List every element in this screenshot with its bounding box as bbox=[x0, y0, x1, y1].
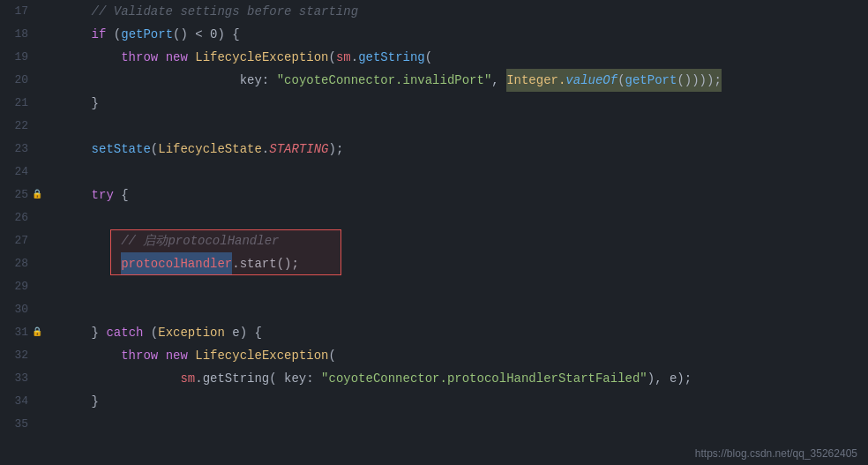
code-token: // 启动protocolHandler bbox=[121, 229, 279, 252]
code-token: LifecycleException bbox=[195, 344, 328, 367]
code-token: valueOf bbox=[565, 69, 617, 92]
code-token: } bbox=[62, 321, 106, 344]
code-line bbox=[62, 206, 868, 229]
code-token bbox=[62, 229, 121, 252]
line-number: 32 bbox=[4, 344, 28, 367]
code-token: , bbox=[491, 69, 506, 92]
gutter-row: 20 bbox=[4, 69, 46, 92]
gutter-row: 25🔒 bbox=[4, 184, 46, 206]
code-line: if (getPort() < 0) { bbox=[62, 23, 868, 46]
code-token: try bbox=[92, 184, 114, 206]
code-token bbox=[188, 344, 195, 367]
code-token: () < 0) { bbox=[173, 23, 240, 46]
code-token: "coyoteConnector.invalidPort" bbox=[277, 69, 492, 92]
code-token bbox=[62, 367, 180, 390]
code-token: "coyoteConnector.protocolHandlerStartFai… bbox=[321, 367, 647, 390]
code-token: if bbox=[92, 23, 107, 46]
code-line: key: "coyoteConnector.invalidPort", Inte… bbox=[62, 69, 868, 92]
code-token: } bbox=[62, 390, 99, 413]
code-token: // Validate settings before starting bbox=[62, 0, 358, 23]
gutter-row: 34 bbox=[4, 390, 46, 413]
code-line bbox=[62, 115, 868, 138]
code-token: ); bbox=[328, 138, 343, 161]
code-line: // Validate settings before starting bbox=[62, 0, 868, 23]
gutter-row: 27 bbox=[4, 229, 46, 252]
code-token: protocolHandler bbox=[121, 252, 232, 275]
line-gutter: 171819202122232425🔒262728293031🔒32333435 bbox=[0, 0, 53, 465]
gutter-row: 22 bbox=[4, 115, 46, 138]
code-token: ( bbox=[617, 69, 625, 92]
line-number: 23 bbox=[4, 138, 28, 161]
code-line: } catch (Exception e) { bbox=[62, 321, 868, 344]
code-token: ( bbox=[151, 138, 158, 161]
line-number: 22 bbox=[4, 115, 28, 138]
code-token: key bbox=[284, 367, 306, 390]
code-token: throw bbox=[121, 46, 158, 69]
code-token: setState bbox=[92, 138, 151, 161]
code-token: . bbox=[351, 46, 358, 69]
code-line: sm.getString( key: "coyoteConnector.prot… bbox=[62, 367, 868, 390]
code-editor: 171819202122232425🔒262728293031🔒32333435… bbox=[0, 0, 868, 465]
code-token: } bbox=[62, 92, 99, 115]
code-token: getPort bbox=[121, 23, 173, 46]
line-number: 18 bbox=[4, 23, 28, 46]
code-line: // 启动protocolHandler bbox=[62, 229, 868, 252]
code-token: ( bbox=[425, 46, 432, 69]
code-line: try { bbox=[62, 184, 868, 206]
code-token: Integer. bbox=[506, 69, 565, 92]
gutter-row: 35 bbox=[4, 413, 46, 436]
code-token bbox=[62, 46, 121, 69]
code-token: ( bbox=[106, 23, 121, 46]
code-token bbox=[62, 69, 240, 92]
code-token: ()))); bbox=[677, 69, 721, 92]
code-token: { bbox=[114, 184, 129, 206]
code-token: catch bbox=[106, 321, 143, 344]
gutter-row: 31🔒 bbox=[4, 321, 46, 344]
breakpoint-icon: 🔒 bbox=[28, 184, 46, 206]
code-token: . bbox=[262, 138, 269, 161]
code-token: sm bbox=[336, 46, 351, 69]
line-number: 17 bbox=[4, 0, 28, 23]
gutter-row: 28 bbox=[4, 252, 46, 275]
gutter-row: 32 bbox=[4, 344, 46, 367]
line-number: 35 bbox=[4, 413, 28, 436]
line-number: 29 bbox=[4, 275, 28, 298]
code-token: getPort bbox=[625, 69, 677, 92]
gutter-row: 18 bbox=[4, 23, 46, 46]
line-number: 26 bbox=[4, 206, 28, 229]
code-token: throw bbox=[121, 344, 158, 367]
line-number: 27 bbox=[4, 229, 28, 252]
code-token: e) { bbox=[225, 321, 262, 344]
code-token: getString bbox=[358, 46, 425, 69]
line-number: 30 bbox=[4, 298, 28, 321]
line-number: 19 bbox=[4, 46, 28, 69]
gutter-row: 29 bbox=[4, 275, 46, 298]
code-token: : bbox=[306, 367, 321, 390]
code-token: STARTING bbox=[269, 138, 328, 161]
code-token: LifecycleException bbox=[195, 46, 328, 69]
line-number: 25 bbox=[4, 184, 28, 206]
code-token: new bbox=[166, 46, 188, 69]
line-number: 28 bbox=[4, 252, 28, 275]
code-token: sm bbox=[180, 367, 195, 390]
code-token: ( bbox=[329, 46, 336, 69]
gutter-row: 19 bbox=[4, 46, 46, 69]
code-token: ( bbox=[329, 344, 336, 367]
line-number: 31 bbox=[4, 321, 28, 344]
code-token bbox=[62, 23, 92, 46]
code-line bbox=[62, 413, 868, 436]
code-token: : bbox=[262, 69, 277, 92]
watermark: https://blog.csdn.net/qq_35262405 bbox=[695, 447, 857, 460]
line-number: 20 bbox=[4, 69, 28, 92]
code-token: ), e); bbox=[647, 367, 692, 390]
gutter-row: 26 bbox=[4, 206, 46, 229]
code-token bbox=[277, 367, 284, 390]
code-line: } bbox=[62, 390, 868, 413]
code-line: throw new LifecycleException( bbox=[62, 344, 868, 367]
code-token bbox=[62, 344, 121, 367]
gutter-row: 30 bbox=[4, 298, 46, 321]
breakpoint-icon: 🔒 bbox=[28, 321, 46, 344]
gutter-row: 21 bbox=[4, 92, 46, 115]
code-line: throw new LifecycleException(sm.getStrin… bbox=[62, 46, 868, 69]
code-line: protocolHandler.start(); bbox=[62, 252, 868, 275]
